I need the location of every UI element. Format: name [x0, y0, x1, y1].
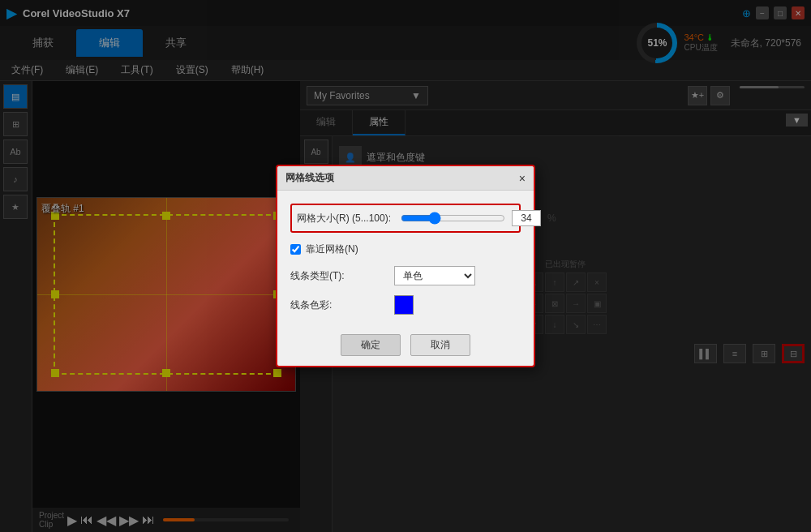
- line-color-row: 线条色彩:: [290, 295, 521, 315]
- dialog-title: 网格线选项: [285, 171, 334, 185]
- line-type-row: 线条类型(T): 单色 虚线 点线: [290, 266, 521, 285]
- grid-size-label: 网格大小(R) (5...100):: [297, 212, 394, 225]
- line-type-label: 线条类型(T):: [290, 269, 388, 283]
- line-type-select[interactable]: 单色 虚线 点线: [394, 266, 475, 285]
- snap-grid-row: 靠近网格(N): [290, 242, 521, 256]
- dialog-title-bar: 网格线选项 ×: [277, 166, 534, 191]
- line-color-swatch[interactable]: [394, 295, 414, 315]
- grid-options-dialog: 网格线选项 × 网格大小(R) (5...100): % 靠近网格(N) 线条类…: [276, 165, 535, 367]
- cancel-button[interactable]: 取消: [410, 334, 470, 356]
- grid-size-slider[interactable]: [401, 212, 505, 225]
- snap-grid-checkbox[interactable]: [290, 244, 301, 255]
- dialog-overlay: 网格线选项 × 网格大小(R) (5...100): % 靠近网格(N) 线条类…: [0, 0, 811, 532]
- line-color-label: 线条色彩:: [290, 298, 388, 312]
- snap-grid-label: 靠近网格(N): [306, 242, 358, 256]
- grid-size-row-highlight: 网格大小(R) (5...100): %: [290, 204, 521, 233]
- dialog-body: 网格大小(R) (5...100): % 靠近网格(N) 线条类型(T): 单色…: [277, 191, 534, 328]
- grid-size-row: 网格大小(R) (5...100): %: [297, 210, 514, 226]
- grid-size-input[interactable]: [512, 210, 541, 226]
- confirm-button[interactable]: 确定: [341, 334, 401, 356]
- dialog-close-button[interactable]: ×: [519, 172, 526, 185]
- dialog-buttons: 确定 取消: [277, 328, 534, 366]
- grid-size-unit: %: [547, 212, 556, 224]
